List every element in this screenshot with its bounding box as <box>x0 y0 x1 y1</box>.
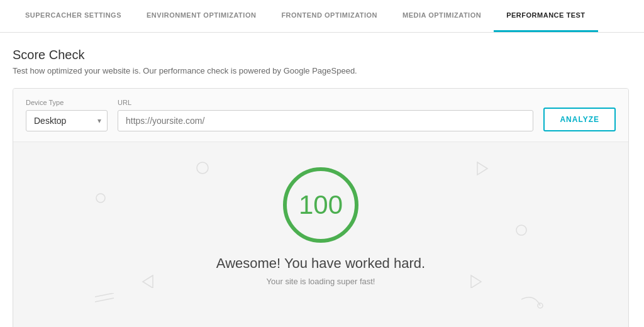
svg-line-6 <box>95 293 114 297</box>
top-navigation: SUPERCACHER SETTINGS ENVIRONMENT OPTIMIZ… <box>0 0 644 33</box>
controls-row: Device Type Desktop Mobile ▾ URL ANALYZE <box>13 89 628 142</box>
deco-circle-2 <box>95 192 106 204</box>
deco-triangle-right-1 <box>475 161 490 176</box>
page-title: Score Check <box>13 48 631 62</box>
device-type-select[interactable]: Desktop Mobile <box>26 110 108 131</box>
svg-point-0 <box>197 162 208 174</box>
svg-point-3 <box>516 225 526 235</box>
score-check-card: Device Type Desktop Mobile ▾ URL ANALYZE <box>13 88 629 327</box>
score-circle: 100 <box>283 167 358 243</box>
deco-triangle-left-1 <box>139 274 155 288</box>
nav-environment-optimization[interactable]: ENVIRONMENT OPTIMIZATION <box>134 0 269 32</box>
page-content: Score Check Test how optimized your webs… <box>0 33 644 327</box>
deco-circle-3 <box>515 224 528 236</box>
nav-frontend-optimization[interactable]: FRONTEND OPTIMIZATION <box>269 0 390 32</box>
analyze-button[interactable]: ANALYZE <box>543 108 616 131</box>
nav-media-optimization[interactable]: MEDIA OPTIMIZATION <box>390 0 494 32</box>
svg-marker-5 <box>471 275 481 288</box>
svg-marker-4 <box>143 275 153 288</box>
svg-marker-1 <box>477 162 487 175</box>
url-field: URL <box>118 99 533 131</box>
svg-line-7 <box>95 298 114 302</box>
score-number: 100 <box>299 190 343 220</box>
url-label: URL <box>118 99 533 106</box>
url-input[interactable] <box>118 110 533 131</box>
device-type-select-wrapper: Desktop Mobile ▾ <box>26 110 108 131</box>
device-type-label: Device Type <box>26 99 108 106</box>
score-sub-text: Your site is loading super fast! <box>267 277 375 286</box>
deco-lines-2 <box>521 293 547 312</box>
deco-circle-1 <box>196 161 209 175</box>
deco-triangle-right-2 <box>469 274 484 288</box>
score-area: 100 Awesome! You have worked hard. Your … <box>13 142 628 327</box>
device-type-field: Device Type Desktop Mobile ▾ <box>26 99 108 131</box>
page-subtitle: Test how optimized your website is. Our … <box>13 66 631 75</box>
deco-lines-1 <box>95 293 118 306</box>
nav-performance-test[interactable]: PERFORMANCE TEST <box>494 0 597 32</box>
svg-point-2 <box>96 194 105 202</box>
nav-supercacher-settings[interactable]: SUPERCACHER SETTINGS <box>13 0 134 32</box>
score-main-text: Awesome! You have worked hard. <box>216 255 425 272</box>
